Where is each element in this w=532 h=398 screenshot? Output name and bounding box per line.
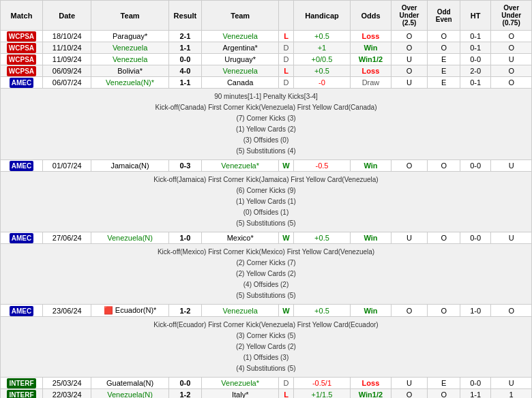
odds-cell: Win [351, 42, 391, 54]
handicap-cell: -0 [293, 77, 350, 89]
odd-even-cell: E [428, 65, 460, 77]
odd-even-cell: O [428, 305, 460, 317]
team2-cell: Venezuela* [202, 160, 279, 172]
result-cell: 0-0 [168, 54, 201, 65]
handicap-cell: +1 [293, 42, 350, 54]
team2-cell: Venezuela* [202, 378, 279, 389]
wdl-cell: D [279, 54, 293, 65]
over-under-075-cell: U [491, 232, 532, 244]
date-cell: 25/03/24 [42, 378, 91, 389]
detail-line: (7) Corner Kicks (3) [3, 113, 529, 124]
match-badge-cell: INTERF [1, 389, 43, 399]
detail-line: (3) Corner Kicks (5) [3, 331, 529, 341]
wdl-cell: L [279, 31, 293, 42]
table-row: AMEC06/07/24Venezuela(N)*1-1CanadaD-0Dra… [1, 77, 532, 89]
table-row: INTERF22/03/24Venezuela(N)1-2Italy*L+1/1… [1, 389, 532, 399]
over-under-cell: U [391, 232, 428, 244]
team1-cell: Venezuela [91, 54, 168, 65]
date-cell: 01/07/24 [42, 160, 91, 172]
over-under-cell: U [391, 77, 428, 89]
team1-cell: Venezuela [91, 42, 168, 54]
odd-even-cell: O [428, 31, 460, 42]
detail-cell: Kick-off(Jamaica) First Corner Kick(Jama… [1, 172, 532, 232]
ht-cell: 0-0 [460, 378, 491, 389]
col-wdl [279, 1, 293, 31]
handicap-cell: +0.5 [293, 65, 350, 77]
table-row: WCPSA06/09/24Bolivia*4-0VenezuelaL+0.5Lo… [1, 65, 532, 77]
odds-cell: Loss [351, 31, 391, 42]
ht-cell: 0-0 [460, 160, 491, 172]
result-cell: 1-1 [168, 42, 201, 54]
table-row: AMEC27/06/24Venezuela(N)1-0Mexico*W+0.5W… [1, 232, 532, 244]
detail-cell: 90 minutes[1-1] Penalty Kicks[3-4]Kick-o… [1, 89, 532, 160]
over-under-075-cell: 1 [491, 389, 532, 399]
wdl-cell: W [279, 232, 293, 244]
match-badge-cell: AMEC [1, 160, 43, 172]
table-row: AMEC23/06/24🟥 Ecuador(N)*1-2VenezuelaW+0… [1, 305, 532, 317]
ht-cell: 0-1 [460, 42, 491, 54]
team1-cell: Bolivia* [91, 65, 168, 77]
wdl-cell: D [279, 378, 293, 389]
date-cell: 11/09/24 [42, 54, 91, 65]
match-badge: WCPSA [7, 55, 36, 65]
col-date: Date [42, 1, 91, 31]
match-badge: AMEC [10, 233, 33, 243]
over-under-cell: O [391, 389, 428, 399]
over-under-075-cell: U [491, 160, 532, 172]
team2-cell: Mexico* [202, 232, 279, 244]
detail-line: (2) Yellow Cards (2) [3, 341, 529, 352]
detail-line: (5) Substitutions (5) [3, 218, 529, 229]
team1-cell: Venezuela(N) [91, 232, 168, 244]
ht-cell: 0-1 [460, 31, 491, 42]
result-cell: 1-2 [168, 305, 201, 317]
detail-line: (0) Offsides (1) [3, 207, 529, 218]
match-badge-cell: INTERF [1, 378, 43, 389]
wdl-cell: L [279, 389, 293, 399]
ht-cell: 2-0 [460, 65, 491, 77]
over-under-cell: O [391, 305, 428, 317]
col-oe: Odd Even [428, 1, 460, 31]
table-row: WCPSA18/10/24Paraguay*2-1VenezuelaL+0.5L… [1, 31, 532, 42]
detail-line: (2) Corner Kicks (7) [3, 258, 529, 269]
detail-line: Kick-off(Mexico) First Corner Kick(Mexic… [3, 247, 529, 258]
col-odds: Odds [351, 1, 391, 31]
result-cell: 1-1 [168, 77, 201, 89]
match-badge: AMEC [10, 78, 33, 88]
match-badge-cell: WCPSA [1, 65, 43, 77]
col-ou075: Over Under (0.75) [491, 1, 532, 31]
odds-cell: Win [351, 232, 391, 244]
odd-even-cell: E [428, 54, 460, 65]
odd-even-cell: O [428, 160, 460, 172]
match-badge: WCPSA [7, 43, 36, 53]
detail-row: Kick-off(Jamaica) First Corner Kick(Jama… [1, 172, 532, 232]
result-cell: 0-0 [168, 378, 201, 389]
handicap-cell: +1/1.5 [293, 389, 350, 399]
table-row: WCPSA11/10/24Venezuela1-1Argentina*D+1Wi… [1, 42, 532, 54]
detail-line: (1) Offsides (3) [3, 352, 529, 363]
match-badge: WCPSA [7, 31, 36, 42]
main-table: Match Date Team Result Team Handicap Odd… [0, 0, 532, 398]
team2-cell: Uruguay* [202, 54, 279, 65]
over-under-075-cell: O [491, 65, 532, 77]
ht-cell: 0-1 [460, 77, 491, 89]
detail-line: (3) Offsides (0) [3, 135, 529, 146]
detail-line: (4) Substitutions (5) [3, 363, 529, 374]
col-ht: HT [460, 1, 491, 31]
odd-even-cell: E [428, 77, 460, 89]
wdl-cell: D [279, 42, 293, 54]
detail-line: (2) Yellow Cards (2) [3, 269, 529, 279]
team1-cell: 🟥 Ecuador(N)* [91, 305, 168, 317]
detail-line: Kick-off(Canada) First Corner Kick(Venez… [3, 102, 529, 113]
over-under-cell: O [391, 31, 428, 42]
odds-cell: Win1/2 [351, 389, 391, 399]
detail-line: (6) Corner Kicks (9) [3, 185, 529, 196]
wdl-cell: W [279, 160, 293, 172]
handicap-cell: +0/0.5 [293, 54, 350, 65]
odds-cell: Win [351, 160, 391, 172]
team1-cell: Jamaica(N) [91, 160, 168, 172]
match-badge-cell: WCPSA [1, 54, 43, 65]
match-badge: INTERF [7, 390, 35, 398]
detail-line: (1) Yellow Cards (2) [3, 124, 529, 135]
date-cell: 27/06/24 [42, 232, 91, 244]
over-under-cell: U [391, 54, 428, 65]
